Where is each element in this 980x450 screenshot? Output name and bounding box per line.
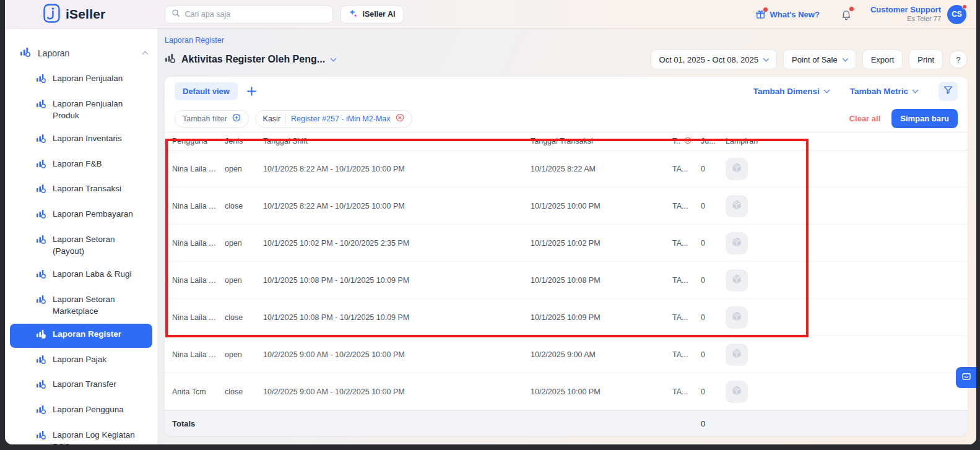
support-chat-button[interactable] <box>956 367 976 388</box>
title-chevron-down-icon[interactable] <box>331 56 337 62</box>
column-tanggal-shift[interactable]: Tanggal Shift <box>263 137 531 145</box>
avatar[interactable]: CS <box>947 5 966 24</box>
add-dimension-label: Tambah Dimensi <box>753 87 820 96</box>
sidebar-item[interactable]: Laporan Pengguna <box>10 399 152 423</box>
package-icon <box>731 236 743 250</box>
sidebar-item[interactable]: Laporan Laba & Rugi <box>10 264 152 288</box>
cell-t: TA... <box>672 387 701 396</box>
export-button[interactable]: Export <box>862 50 903 69</box>
add-filter-label: Tambah filter <box>183 115 227 123</box>
filter-button[interactable] <box>939 82 958 101</box>
whats-new-link[interactable]: What's New? <box>755 9 820 20</box>
column-lampiran[interactable]: Lampiran <box>726 137 968 145</box>
cell-tanggal-transaksi: 10/1/2025 10:00 PM <box>531 202 672 210</box>
cell-t: TA... <box>672 276 701 285</box>
chevron-down-icon <box>913 87 919 93</box>
save-new-button[interactable]: Simpan baru <box>891 109 958 128</box>
sidebar-item[interactable]: Laporan Pembayaran <box>10 204 152 228</box>
package-icon <box>731 273 743 287</box>
remove-filter-icon[interactable] <box>396 113 404 124</box>
column-jenis[interactable]: Jenis <box>225 137 263 145</box>
report-chart-icon <box>36 209 46 223</box>
add-filter-chip[interactable]: Tambah filter <box>175 110 249 128</box>
sidebar-item[interactable]: Laporan Inventaris <box>10 128 152 152</box>
package-icon <box>731 384 743 399</box>
add-metric-dropdown[interactable]: Tambah Metric <box>850 87 917 96</box>
package-icon <box>731 310 743 324</box>
table-row[interactable]: Nina Laila Angg... open 10/2/2025 9:00 A… <box>165 336 968 373</box>
sidebar-item-label: Laporan Penjualan <box>53 73 123 85</box>
attachment-button[interactable] <box>726 158 748 180</box>
column-tanggal-transaksi[interactable]: Tanggal Transaksi <box>531 137 672 145</box>
gift-icon <box>755 9 766 20</box>
column-pengguna[interactable]: Pengguna <box>172 137 225 145</box>
report-chart-icon <box>36 355 46 368</box>
package-icon <box>731 162 743 176</box>
table-row[interactable]: Nina Laila Angg... open 10/1/2025 10:02 … <box>165 225 968 262</box>
global-search[interactable] <box>165 6 333 24</box>
sidebar-item[interactable]: Laporan Penjualan Produk <box>10 93 152 127</box>
clear-all-button[interactable]: Clear all <box>849 114 881 123</box>
add-dimension-dropdown[interactable]: Tambah Dimensi <box>753 87 829 96</box>
sidebar-item[interactable]: Laporan Transfer <box>10 374 152 398</box>
channel-select[interactable]: Point of Sale <box>783 50 856 69</box>
sidebar-item[interactable]: Laporan Pajak <box>10 349 152 373</box>
breadcrumb[interactable]: Laporan Register <box>165 36 968 45</box>
table-row[interactable]: Nina Laila Angg... open 10/1/2025 8:22 A… <box>165 150 968 188</box>
app-logo[interactable]: iSeller <box>43 4 105 25</box>
cell-pengguna: Anita Tcm <box>172 387 225 396</box>
attachment-button[interactable] <box>726 344 748 366</box>
kasir-filter-chip[interactable]: Kasir Register #257 - iMin M2-Max <box>255 110 412 128</box>
table-body: Nina Laila Angg... open 10/1/2025 8:22 A… <box>165 150 968 410</box>
iseller-ai-button[interactable]: iSeller AI <box>340 6 403 24</box>
account-menu[interactable]: Customer Support Es Teler 77 CS <box>870 5 966 24</box>
cell-jenis: close <box>225 387 263 396</box>
report-chart-icon <box>36 295 46 308</box>
plus-circle-icon <box>232 113 241 124</box>
reports-icon <box>20 47 30 59</box>
attachment-button[interactable] <box>726 381 748 403</box>
sidebar-item-label: Laporan Setoran (Payout) <box>53 234 146 257</box>
sidebar-item[interactable]: Laporan Penjualan <box>10 68 152 92</box>
sidebar-item-label: Laporan F&B <box>53 158 102 170</box>
report-chart-icon <box>36 235 46 248</box>
attachment-button[interactable] <box>726 306 748 329</box>
table-row[interactable]: Anita Tcm close 10/2/2025 9:00 AM - 10/2… <box>165 373 968 410</box>
add-view-button[interactable] <box>246 86 257 97</box>
page-title: Aktivitas Register Oleh Peng... <box>181 54 325 65</box>
funnel-icon <box>943 85 953 97</box>
print-button[interactable]: Print <box>909 50 943 69</box>
sidebar-item[interactable]: Laporan Register <box>10 324 152 348</box>
date-range-value: Oct 01, 2025 - Oct 08, 2025 <box>659 55 758 64</box>
cell-jenis: open <box>225 276 263 285</box>
cell-tanggal-shift: 10/2/2025 9:00 AM - 10/2/2025 10:00 PM <box>263 350 531 359</box>
notifications-button[interactable] <box>841 9 852 20</box>
column-t-truncated[interactable]: T.. <box>672 137 701 146</box>
cell-jenis: close <box>225 313 263 322</box>
sidebar-item[interactable]: Laporan F&B <box>10 154 152 178</box>
account-store: Es Teler 77 <box>870 15 941 24</box>
tab-default-view[interactable]: Default view <box>175 82 238 100</box>
cell-ju: 0 <box>701 165 726 173</box>
table-row[interactable]: Nina Laila Angg... open 10/1/2025 10:08 … <box>165 262 968 299</box>
cell-tanggal-shift: 10/1/2025 10:02 PM - 10/20/2025 2:35 PM <box>263 239 531 248</box>
sidebar-item[interactable]: Laporan Transaksi <box>10 178 152 202</box>
sidebar-item[interactable]: Laporan Setoran Marketplace <box>10 289 152 322</box>
cell-pengguna: Nina Laila Angg... <box>172 202 225 210</box>
remove-column-icon[interactable] <box>684 137 692 146</box>
sidebar-section-laporan[interactable]: Laporan <box>5 42 157 64</box>
search-input[interactable] <box>184 10 326 19</box>
report-chart-icon <box>36 134 46 147</box>
table-row[interactable]: Nina Laila Angg... close 10/1/2025 10:08… <box>165 299 968 336</box>
table-row[interactable]: Nina Laila Angg... close 10/1/2025 8:22 … <box>165 188 968 225</box>
attachment-button[interactable] <box>726 269 748 292</box>
attachment-button[interactable] <box>726 232 748 254</box>
date-range-select[interactable]: Oct 01, 2025 - Oct 08, 2025 <box>651 50 777 69</box>
cell-t: TA... <box>672 202 701 210</box>
sidebar-item-label: Laporan Inventaris <box>53 133 122 145</box>
sidebar-item[interactable]: Laporan Setoran (Payout) <box>10 229 152 262</box>
help-button[interactable]: ? <box>949 50 968 69</box>
sidebar-item[interactable]: Laporan Log Kegiatan POS <box>10 425 152 444</box>
column-ju-truncated[interactable]: Ju... <box>701 137 726 145</box>
attachment-button[interactable] <box>726 195 748 217</box>
